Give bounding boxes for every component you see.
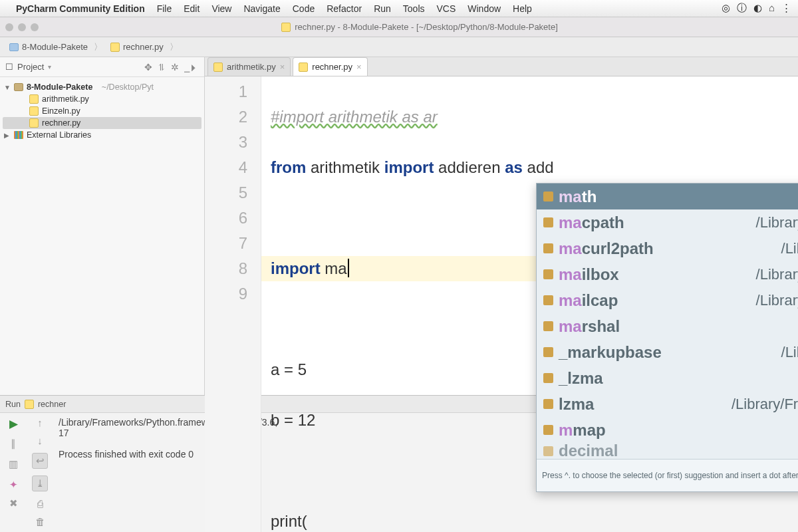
line-number: 3 xyxy=(205,130,247,155)
breadcrumb-file[interactable]: rechner.py〉 xyxy=(106,40,182,55)
print-icon[interactable]: ⎙ xyxy=(37,498,43,509)
editor-tab-active[interactable]: rechner.py× xyxy=(293,57,367,76)
line-number: 6 xyxy=(205,205,247,231)
module-icon xyxy=(543,321,553,331)
close-icon[interactable]: × xyxy=(356,62,362,72)
module-icon xyxy=(543,373,553,383)
code-line: #import arithmetik as ar xyxy=(271,108,438,126)
completion-item[interactable]: _markupbase/Library/Frameworks… xyxy=(537,339,798,365)
completion-item[interactable]: _lzma<built-in> xyxy=(537,365,798,391)
code-completion-popup: math<built-in> macpath/Library/Framework… xyxy=(536,183,798,492)
breadcrumb-root[interactable]: 8-Module-Pakete〉 xyxy=(5,40,106,55)
menu-tools[interactable]: Tools xyxy=(403,3,425,14)
menu-help[interactable]: Help xyxy=(513,3,532,14)
completion-item-selected[interactable]: math<built-in> xyxy=(537,184,798,209)
line-number: 1 xyxy=(205,79,247,104)
menu-refactor[interactable]: Refactor xyxy=(327,3,362,14)
pin-icon[interactable]: ✦ xyxy=(9,479,18,491)
completion-item[interactable]: decimal<built-in> xyxy=(537,443,798,459)
traffic-zoom-icon[interactable] xyxy=(31,23,39,31)
breadcrumb-root-label: 8-Module-Pakete xyxy=(22,42,88,52)
module-icon xyxy=(543,295,553,305)
menu-code[interactable]: Code xyxy=(293,3,315,14)
completion-hint-text: Press ^. to choose the selected (or firs… xyxy=(542,463,798,488)
tree-external-libs[interactable]: ▶External Libraries xyxy=(3,129,201,141)
tray-cc-icon[interactable]: ◎ xyxy=(722,2,730,15)
completion-item[interactable]: mailcap/Library/Frameworks/Pyt… xyxy=(537,287,798,313)
tree-external-label: External Libraries xyxy=(27,130,91,140)
editor-tab[interactable]: arithmetik.py× xyxy=(207,57,291,76)
python-file-icon xyxy=(25,400,34,409)
tray-moon-icon[interactable]: ◐ xyxy=(753,2,762,15)
breadcrumb-file-label: rechner.py xyxy=(123,42,164,52)
menu-run[interactable]: Run xyxy=(374,3,391,14)
tray-battery-icon[interactable]: ⌂ xyxy=(769,2,775,15)
editor-tabs: arithmetik.py× rechner.py× xyxy=(205,57,798,76)
completion-location: /Library/Frameworks/Python… xyxy=(732,392,798,417)
tree-root-label: 8-Module-Pakete xyxy=(27,82,92,92)
traffic-min-icon[interactable] xyxy=(18,23,26,31)
run-config-name[interactable]: rechner xyxy=(38,400,66,409)
macos-menubar: PyCharm Community Edition File Edit View… xyxy=(0,0,798,17)
gear-icon[interactable]: ✲ xyxy=(171,62,179,72)
editor-pane: arithmetik.py× rechner.py× 1 2 3 4 5 6 7… xyxy=(205,57,798,395)
tree-file-label: arithmetik.py xyxy=(42,94,89,104)
window-title: rechner.py - 8-Module-Pakete - [~/Deskto… xyxy=(295,22,558,32)
completion-item[interactable]: marshal<built-in> xyxy=(537,313,798,339)
run-tab-label[interactable]: Run xyxy=(5,400,21,409)
tray-more-icon[interactable]: ⋮ xyxy=(781,2,791,15)
menu-vcs[interactable]: VCS xyxy=(437,3,456,14)
softwrap-icon[interactable]: ↩ xyxy=(32,453,48,469)
tab-label: arithmetik.py xyxy=(227,62,276,72)
gutter: 1 2 3 4 5 6 7 8 9 xyxy=(205,76,261,532)
menu-navigate[interactable]: Navigate xyxy=(243,3,280,14)
completion-hint: Press ^. to choose the selected (or firs… xyxy=(537,459,798,491)
up-icon[interactable]: ↑ xyxy=(37,417,43,428)
menu-file[interactable]: File xyxy=(157,3,172,14)
run-toolbar-left: ▶ ∥ ▥ ✦ ✖ xyxy=(0,413,27,532)
target-icon[interactable]: ✥ xyxy=(144,62,152,72)
run-output-line: Process finished with exit code 0 xyxy=(59,449,194,460)
tree-file-label: Einzeln.py xyxy=(42,106,80,116)
trash-icon[interactable]: 🗑 xyxy=(35,516,45,527)
tree-file[interactable]: Einzeln.py xyxy=(3,105,201,117)
code-content[interactable]: #import arithmetik as ar from arithmetik… xyxy=(261,76,563,532)
python-file-icon xyxy=(110,43,120,52)
python-file-icon xyxy=(29,94,39,104)
layout-icon[interactable]: ▥ xyxy=(5,456,21,472)
project-header: ☐Project ▾ ✥ ⥮ ✲ ⎯⏵ xyxy=(0,57,204,77)
tree-root[interactable]: ▼8-Module-Pakete ~/Desktop/Pyt xyxy=(3,81,201,93)
code-editor[interactable]: 1 2 3 4 5 6 7 8 9 #import arithmetik as … xyxy=(205,76,798,532)
breadcrumb: 8-Module-Pakete〉 rechner.py〉 xyxy=(0,37,798,57)
stop-icon[interactable]: ∥ xyxy=(11,438,16,450)
menu-edit[interactable]: Edit xyxy=(184,3,200,14)
menu-view[interactable]: View xyxy=(211,3,231,14)
completion-item[interactable]: macurl2path/Library/Frameworks… xyxy=(537,235,798,261)
app-name[interactable]: PyCharm Community Edition xyxy=(16,3,145,14)
completion-location: /Library/Frameworks/Pyt… xyxy=(756,262,798,287)
down-icon[interactable]: ↓ xyxy=(37,435,43,446)
completion-item[interactable]: macpath/Library/Frameworks/Pyt… xyxy=(537,209,798,235)
module-icon xyxy=(543,425,553,435)
rerun-icon[interactable]: ▶ xyxy=(9,417,18,431)
library-icon xyxy=(14,131,23,139)
module-icon xyxy=(543,399,553,409)
tree-file[interactable]: arithmetik.py xyxy=(3,93,201,105)
completion-item[interactable]: mailbox/Library/Frameworks/Pyt… xyxy=(537,261,798,287)
scroll-icon[interactable]: ⤓ xyxy=(32,475,48,491)
completion-item[interactable]: mmap<built-in> xyxy=(537,417,798,443)
completion-item[interactable]: lzma/Library/Frameworks/Python… xyxy=(537,391,798,417)
collapse-icon[interactable]: ⥮ xyxy=(158,62,166,72)
hide-icon[interactable]: ⎯⏵ xyxy=(184,62,199,72)
project-label[interactable]: Project xyxy=(17,62,44,72)
close-icon[interactable]: × xyxy=(280,62,285,72)
project-tab-icon: ☐ xyxy=(5,62,13,72)
tab-label: rechner.py xyxy=(312,62,352,72)
tray-info-icon[interactable]: ⓘ xyxy=(737,2,747,15)
chevron-down-icon[interactable]: ▾ xyxy=(48,63,51,70)
traffic-close-icon[interactable] xyxy=(5,23,13,31)
macos-tray: ◎ ⓘ ◐ ⌂ ⋮ xyxy=(722,2,791,15)
tree-file-selected[interactable]: rechner.py xyxy=(3,117,201,129)
menu-window[interactable]: Window xyxy=(467,3,501,14)
close-icon[interactable]: ✖ xyxy=(9,497,18,509)
